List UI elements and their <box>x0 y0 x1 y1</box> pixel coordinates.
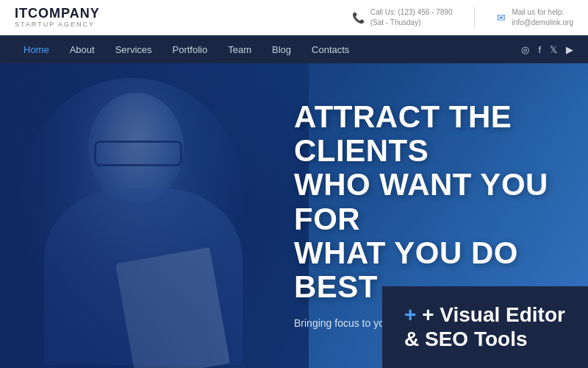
mail-label: Mail us for help: <box>512 7 573 18</box>
phone-text: Call Us: (123) 456 - 7890 (Sat - Thusday… <box>370 7 453 28</box>
contact-info: 📞 Call Us: (123) 456 - 7890 (Sat - Thusd… <box>352 7 573 29</box>
logo-company: ITCOMPANY <box>15 7 100 21</box>
nav-item-home[interactable]: Home <box>15 40 58 60</box>
phone-contact: 📞 Call Us: (123) 456 - 7890 (Sat - Thusd… <box>352 7 453 28</box>
phone-hours: (Sat - Thusday) <box>370 18 453 28</box>
main-nav: Home About Services Portfolio Team Blog … <box>0 35 588 63</box>
mail-icon: ✉ <box>497 12 506 24</box>
badge-line1: + Visual Editor <box>422 303 565 326</box>
hero-badge-text: + + Visual Editor & SEO Tools <box>404 302 566 352</box>
top-bar: ITCOMPANY STARTUP AGENCY 📞 Call Us: (123… <box>0 0 588 35</box>
logo: ITCOMPANY STARTUP AGENCY <box>15 7 100 29</box>
nav-links: Home About Services Portfolio Team Blog … <box>15 40 358 60</box>
hero-badge: + + Visual Editor & SEO Tools <box>382 286 588 368</box>
mail-address: info@demolink.org <box>512 18 573 28</box>
nav-item-about[interactable]: About <box>61 40 104 60</box>
email-contact: ✉ Mail us for help: info@demolink.org <box>497 7 573 28</box>
facebook-icon[interactable]: f <box>538 44 541 55</box>
hero-section: ATTRACT THE CLIENTS WHO WANT YOU FOR WHA… <box>0 63 588 368</box>
nav-social-icons: ◎ f 𝕏 ▶ <box>521 44 573 55</box>
phone-icon: 📞 <box>352 12 365 24</box>
twitter-icon[interactable]: 𝕏 <box>550 44 557 55</box>
mail-text: Mail us for help: info@demolink.org <box>512 7 573 28</box>
phone-number: Call Us: (123) 456 - 7890 <box>370 7 453 18</box>
nav-item-portfolio[interactable]: Portfolio <box>164 40 217 60</box>
nav-item-contacts[interactable]: Contacts <box>303 40 358 60</box>
headline-line1: ATTRACT THE CLIENTS <box>294 99 512 168</box>
logo-subtitle: STARTUP AGENCY <box>15 21 100 28</box>
badge-line2: & SEO Tools <box>404 328 528 350</box>
headline-line2: WHO WANT YOU FOR <box>294 167 548 236</box>
hero-headline: ATTRACT THE CLIENTS WHO WANT YOU FOR WHA… <box>294 100 566 304</box>
nav-item-blog[interactable]: Blog <box>263 40 300 60</box>
youtube-icon[interactable]: ▶ <box>566 44 573 55</box>
nav-item-team[interactable]: Team <box>219 40 260 60</box>
nav-item-services[interactable]: Services <box>107 40 161 60</box>
badge-plus: + <box>404 303 416 326</box>
divider <box>474 7 475 29</box>
instagram-icon[interactable]: ◎ <box>521 44 529 55</box>
